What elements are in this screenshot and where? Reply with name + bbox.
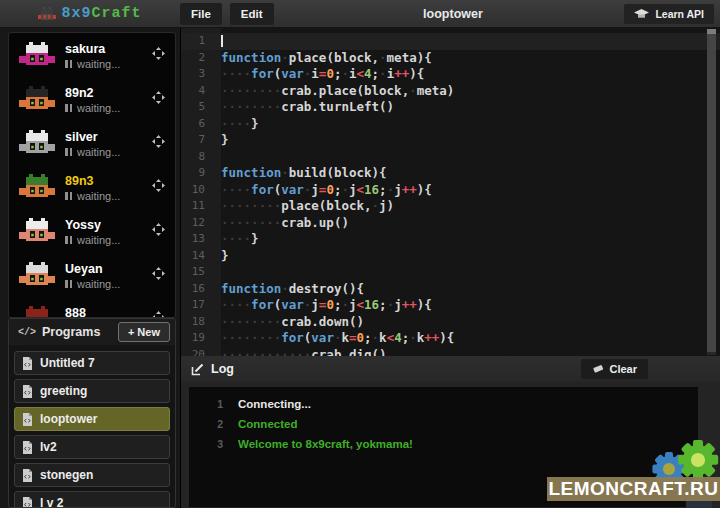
clear-log-button[interactable]: Clear [581,359,648,379]
line-number: 6 [181,116,214,133]
move-crosshair-icon[interactable] [152,47,165,60]
code-text: function·place(block,·meta){ [214,50,432,67]
graduation-cap-icon [634,9,649,19]
robot-list-item[interactable]: 89n3 waiting... [9,166,175,210]
program-list-item[interactable]: greeting [14,379,170,403]
line-number: 7 [181,132,214,149]
code-text: ····} [214,116,259,133]
code-line: 14 } [181,248,720,265]
code-line: 18 ········crab.down() [181,314,720,331]
code-line: 1 [181,33,720,50]
log-entry-number: 2 [189,414,223,434]
line-number: 2 [181,50,214,67]
program-file-icon [22,385,33,398]
program-list-item[interactable]: l v 2 [14,491,170,508]
robot-avatar-icon [18,262,56,290]
logo-robot-icon [38,7,57,21]
log-entry-text: Connecting... [238,394,311,414]
learn-api-label: Learn API [655,8,704,20]
code-editor[interactable]: 1 2 function·place(block,·meta){ 3 ····f… [180,28,720,356]
app-window: 8x9Craft File Edit looptower Learn API s… [0,0,720,508]
code-text: ····} [214,231,259,248]
robot-name: Yossy [65,218,120,232]
robot-list-item[interactable]: 89n2 waiting... [9,78,175,122]
code-tag-icon: </> [18,327,36,338]
code-line: 2 function·place(block,·meta){ [181,50,720,67]
sidebar: sakura waiting... 89n2 waiting... [0,28,180,508]
code-text: ············crab.dig() [214,347,387,357]
program-list-item[interactable]: lv2 [14,435,170,459]
robot-status-text: waiting... [77,102,120,114]
line-number: 8 [181,149,214,166]
robot-status-text: waiting... [77,234,120,246]
code-text: } [214,132,229,149]
move-crosshair-icon[interactable] [152,267,165,280]
eraser-icon [592,365,604,374]
move-crosshair-icon[interactable] [152,223,165,236]
code-line: 11 ········place(block,·j) [181,198,720,215]
code-text: ····for(var·j=0;·j<16;·j++){ [214,297,432,314]
log-header: Log Clear [181,356,720,382]
scrollbar-cap [707,29,716,34]
program-file-icon [22,497,33,508]
log-title: Log [211,362,581,376]
robot-list-item[interactable]: Ueyan waiting... [9,254,175,298]
program-file-icon [22,357,33,370]
program-name: Untitled 7 [40,356,95,370]
file-menu-button[interactable]: File [180,3,222,25]
code-text: ········crab.down() [214,314,364,331]
code-text [214,264,221,281]
app-logo: 8x9Craft [0,5,180,22]
pause-icon [65,104,72,112]
pause-icon [65,236,72,244]
program-list-item[interactable]: looptower [14,407,170,431]
robot-list-item[interactable]: sakura waiting... [9,34,175,78]
program-name: l v 2 [40,496,63,508]
code-text: function·destroy(){ [214,281,364,298]
move-crosshair-icon[interactable] [152,91,165,104]
edit-menu-button[interactable]: Edit [230,3,274,25]
programs-header: </> Programs + New [9,319,175,345]
programs-title: Programs [42,325,118,339]
scrollbar-thumb[interactable] [707,29,716,352]
text-cursor [221,35,223,47]
robot-status: waiting... [65,102,120,114]
move-crosshair-icon[interactable] [152,135,165,148]
line-number: 1 [181,33,214,50]
new-program-button[interactable]: + New [118,322,170,342]
program-list-item[interactable]: Untitled 7 [14,351,170,375]
editor-scrollbar[interactable] [707,29,716,355]
code-line: 5 ········crab.turnLeft() [181,99,720,116]
robot-list-item[interactable]: silver waiting... [9,122,175,166]
line-number: 14 [181,248,214,265]
robot-status: waiting... [65,190,120,202]
robot-name: 89n2 [65,86,120,100]
robot-status-text: waiting... [77,190,120,202]
code-line: 17 ····for(var·j=0;·j<16;·j++){ [181,297,720,314]
line-number: 11 [181,198,214,215]
watermark-banner: LEMONCRAFT.RU [547,477,720,501]
move-crosshair-icon[interactable] [152,179,165,192]
code-line: 9 function·build(block){ [181,165,720,182]
line-number: 5 [181,99,214,116]
code-line: 8 [181,149,720,166]
program-list-item[interactable]: stonegen [14,463,170,487]
logo-text: 8x9Craft [61,5,141,22]
robot-list-item[interactable]: Yossy waiting... [9,210,175,254]
code-line: 19 ········for(var·k=0;·k<4;·k++){ [181,330,720,347]
robot-status: waiting... [65,278,120,290]
robot-name: sakura [65,42,120,56]
robot-name: Ueyan [65,262,120,276]
robot-status-text: waiting... [77,278,120,290]
learn-api-button[interactable]: Learn API [624,4,714,24]
move-crosshair-icon[interactable] [152,311,165,318]
line-number: 17 [181,297,214,314]
robot-avatar-icon [18,218,56,246]
program-name: lv2 [40,440,57,454]
code-text: ····for(var·j=0;·j<16;·j++){ [214,182,432,199]
code-line: 7 } [181,132,720,149]
robot-status: waiting... [65,146,120,158]
code-line: 3 ····for(var·i=0;·i<4;·i++){ [181,66,720,83]
robot-list-item[interactable]: 888 waiting... [9,298,175,318]
robot-status: waiting... [65,58,120,70]
